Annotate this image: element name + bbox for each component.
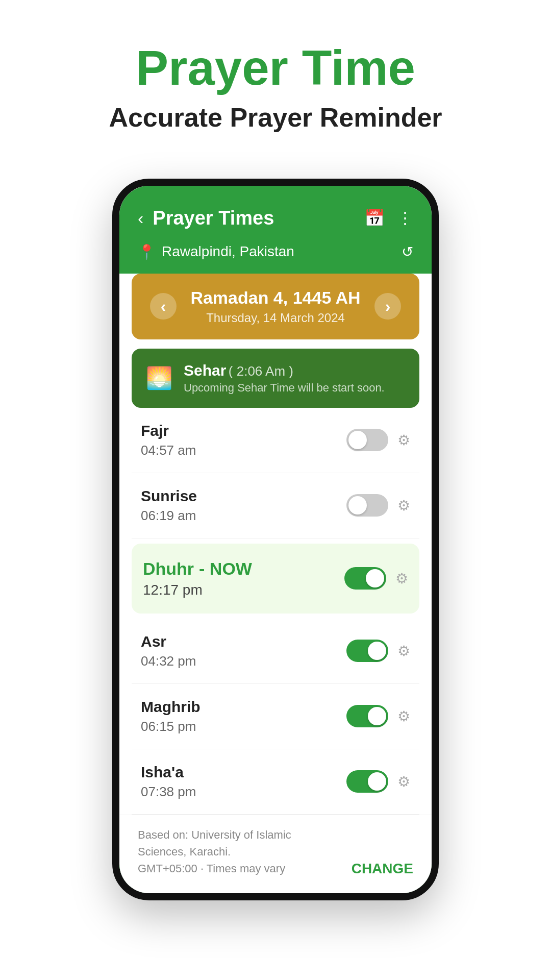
prayer-item-ishaa: Isha'a 07:38 pm ⚙ [132,749,419,815]
sunrise-settings-icon[interactable]: ⚙ [397,497,410,514]
phone-mockup: ‹ Prayer Times 📅 ⋮ 📍 Rawalpindi, Pakista… [112,179,439,900]
phone-wrapper: ‹ Prayer Times 📅 ⋮ 📍 Rawalpindi, Pakista… [0,179,551,900]
sunrise-toggle[interactable] [346,494,388,517]
date-center: Ramadan 4, 1445 AH Thursday, 14 March 20… [190,288,360,325]
asr-settings-icon[interactable]: ⚙ [397,643,410,659]
back-button[interactable]: ‹ [138,208,143,228]
prev-date-button[interactable]: ‹ [150,293,177,320]
hijri-date: Ramadan 4, 1445 AH [190,288,360,308]
header-right: 📅 ⋮ [364,208,413,228]
prayer-item-fajr: Fajr 04:57 am ⚙ [132,408,419,473]
prayer-info-asr: Asr 04:32 pm [141,633,196,669]
maghrib-settings-icon[interactable]: ⚙ [397,708,410,725]
prayer-list: Fajr 04:57 am ⚙ Sunrise 06:19 am [119,408,432,815]
next-date-button[interactable]: › [374,293,401,320]
fajr-toggle[interactable] [346,429,388,451]
prayer-info-fajr: Fajr 04:57 am [141,422,196,458]
prayer-time-sunrise: 06:19 am [141,508,197,524]
fajr-settings-icon[interactable]: ⚙ [397,432,410,449]
sehar-header: Sehar ( 2:06 Am ) [184,362,385,379]
sehar-icon: 🌅 [146,365,172,390]
prayer-controls-maghrib: ⚙ [346,705,410,727]
prayer-info-ishaa: Isha'a 07:38 pm [141,764,196,800]
more-options-icon[interactable]: ⋮ [397,208,413,228]
hero-title: Prayer Time [31,41,520,95]
sehar-text-block: Sehar ( 2:06 Am ) Upcoming Sehar Time wi… [184,362,385,395]
maghrib-toggle[interactable] [346,705,388,727]
sehar-time: ( 2:06 Am ) [229,363,293,379]
prayer-info-dhuhr: Dhuhr - NOW 12:17 pm [143,559,252,598]
prayer-name-fajr: Fajr [141,422,196,439]
prayer-controls-sunrise: ⚙ [346,494,410,517]
prayer-controls-ishaa: ⚙ [346,770,410,793]
ishaa-settings-icon[interactable]: ⚙ [397,773,410,790]
prayer-name-sunrise: Sunrise [141,487,197,505]
change-button[interactable]: CHANGE [352,861,413,877]
sehar-title: Sehar [184,362,226,379]
prayer-name-dhuhr: Dhuhr [143,559,194,579]
prayer-name-maghrib: Maghrib [141,698,201,716]
prayer-time-maghrib: 06:15 pm [141,719,201,734]
prayer-item-sunrise: Sunrise 06:19 am ⚙ [132,473,419,538]
hero-section: Prayer Time Accurate Prayer Reminder [0,0,551,153]
prayer-item-dhuhr: Dhuhr - NOW 12:17 pm ⚙ [132,544,419,614]
dhuhr-toggle[interactable] [344,567,386,590]
prayer-info-sunrise: Sunrise 06:19 am [141,487,197,524]
prayer-time-asr: 04:32 pm [141,653,196,669]
refresh-icon[interactable]: ↺ [402,243,413,260]
app-header: ‹ Prayer Times 📅 ⋮ [119,186,432,243]
location-left: 📍 Rawalpindi, Pakistan [138,243,294,260]
date-card: ‹ Ramadan 4, 1445 AH Thursday, 14 March … [132,274,419,339]
app-title: Prayer Times [153,207,274,229]
dhuhr-name-row: Dhuhr - NOW [143,559,252,579]
prayer-time-ishaa: 07:38 pm [141,784,196,800]
prayer-name-asr: Asr [141,633,196,650]
location-pin-icon: 📍 [138,243,156,260]
ishaa-toggle[interactable] [346,770,388,793]
prayer-now-badge: - NOW [199,559,252,579]
calendar-icon[interactable]: 📅 [364,208,385,228]
location-text: Rawalpindi, Pakistan [162,243,294,260]
footer-text: Based on: University of Islamic Sciences… [138,826,342,877]
dhuhr-settings-icon[interactable]: ⚙ [395,570,408,587]
gregorian-date: Thursday, 14 March 2024 [190,311,360,325]
prayer-controls-fajr: ⚙ [346,429,410,451]
prayer-name-ishaa: Isha'a [141,764,196,781]
prayer-info-maghrib: Maghrib 06:15 pm [141,698,201,734]
location-bar: 📍 Rawalpindi, Pakistan ↺ [119,243,432,274]
sehar-banner: 🌅 Sehar ( 2:06 Am ) Upcoming Sehar Time … [132,349,419,408]
hero-subtitle: Accurate Prayer Reminder [31,102,520,133]
asr-toggle[interactable] [346,640,388,662]
prayer-time-fajr: 04:57 am [141,443,196,458]
prayer-controls-asr: ⚙ [346,640,410,662]
sehar-subtitle: Upcoming Sehar Time will be start soon. [184,381,385,395]
prayer-time-dhuhr: 12:17 pm [143,582,252,598]
phone-content: ‹ Prayer Times 📅 ⋮ 📍 Rawalpindi, Pakista… [119,186,432,893]
prayer-item-maghrib: Maghrib 06:15 pm ⚙ [132,684,419,749]
header-left: ‹ Prayer Times [138,207,274,229]
phone-footer: Based on: University of Islamic Sciences… [119,815,432,893]
prayer-controls-dhuhr: ⚙ [344,567,408,590]
prayer-item-asr: Asr 04:32 pm ⚙ [132,619,419,684]
